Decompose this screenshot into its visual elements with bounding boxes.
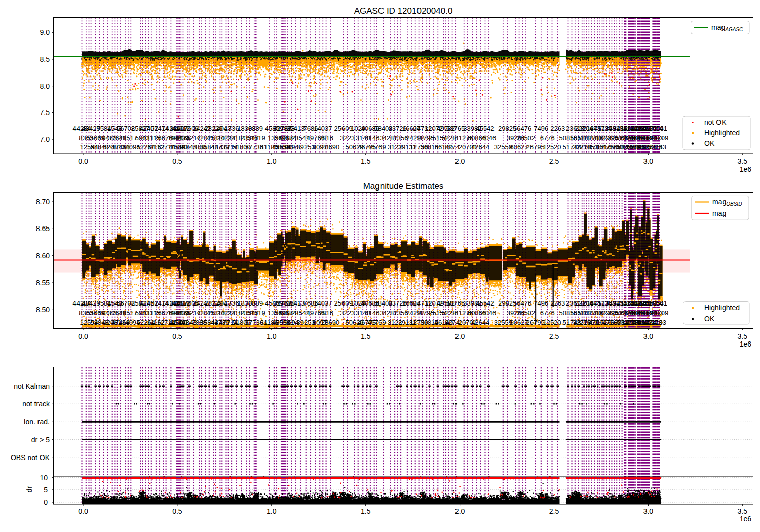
svg-text:Ion. rad.: Ion. rad. [24,417,50,426]
svg-text:8.0: 8.0 [40,82,50,90]
svg-text:8.70: 8.70 [36,198,50,206]
svg-text:46769: 46769 [367,143,386,151]
svg-text:5228: 5228 [441,134,456,142]
svg-text:7496: 7496 [534,125,548,132]
svg-text:25502: 25502 [517,309,535,317]
svg-text:60627: 60627 [510,319,528,326]
svg-text:dr > 5: dr > 5 [31,436,50,444]
svg-text:Magnitude Estimates: Magnitude Estimates [363,181,444,191]
svg-text:0.0: 0.0 [78,507,88,515]
svg-text:28690: 28690 [321,143,339,151]
svg-text:2.0: 2.0 [455,332,465,340]
svg-text:23163: 23163 [648,143,666,151]
svg-text:12520: 12520 [543,143,561,151]
svg-text:dr: dr [25,486,33,492]
svg-text:56476: 56476 [513,125,531,132]
svg-text:3.5: 3.5 [738,157,748,165]
svg-text:56476: 56476 [513,299,531,307]
svg-text:32559: 32559 [494,143,512,151]
svg-text:23163: 23163 [648,319,666,326]
svg-text:1736: 1736 [224,125,239,132]
svg-text:23709: 23709 [650,134,668,142]
svg-text:5228: 5228 [441,309,456,317]
svg-text:53765: 53765 [446,125,465,132]
svg-text:32559: 32559 [494,319,512,326]
svg-text:1e6: 1e6 [740,165,752,173]
svg-text:53765: 53765 [446,299,465,307]
svg-text:8274: 8274 [445,319,460,326]
svg-text:3223: 3223 [340,134,355,142]
svg-text:26795: 26795 [526,143,545,151]
svg-text:not Kalman: not Kalman [14,382,50,390]
svg-text:8389: 8389 [248,299,263,307]
svg-text:41463: 41463 [365,309,384,317]
svg-text:0.5: 0.5 [172,507,182,515]
svg-text:not track: not track [22,400,50,408]
svg-text:mag: mag [712,209,726,217]
svg-text:3223: 3223 [340,309,355,317]
svg-text:Highlighted: Highlighted [704,129,740,137]
svg-text:25502: 25502 [517,134,535,142]
svg-text:2.5: 2.5 [549,507,559,515]
svg-text:42644: 42644 [471,319,489,326]
svg-text:3.5: 3.5 [738,332,748,340]
svg-text:45542: 45542 [476,299,494,307]
svg-text:42644: 42644 [471,143,489,151]
svg-text:8389: 8389 [248,125,263,132]
svg-text:7816: 7816 [319,134,333,142]
svg-text:1.5: 1.5 [361,157,371,165]
svg-text:60627: 60627 [510,143,528,151]
svg-text:2.0: 2.0 [455,157,465,165]
svg-text:2263: 2263 [550,125,565,132]
svg-text:4046: 4046 [481,134,496,142]
svg-text:8.55: 8.55 [36,279,50,287]
svg-text:14037: 14037 [314,299,332,307]
svg-text:8274: 8274 [445,143,460,151]
svg-text:50541: 50541 [649,125,667,132]
svg-text:2263: 2263 [550,299,565,307]
svg-text:8.60: 8.60 [36,252,50,260]
svg-text:6776: 6776 [540,309,555,317]
svg-text:1736: 1736 [224,299,239,307]
svg-text:8.65: 8.65 [36,224,50,233]
svg-text:0.5: 0.5 [172,332,182,340]
svg-text:45542: 45542 [476,125,494,132]
svg-text:26795: 26795 [526,319,545,326]
svg-text:1.5: 1.5 [361,332,371,340]
svg-text:7.5: 7.5 [40,108,50,117]
svg-text:7496: 7496 [534,299,548,307]
svg-text:1.0: 1.0 [267,507,277,515]
svg-text:7816: 7816 [319,309,333,317]
svg-text:1.5: 1.5 [361,507,371,515]
svg-text:28690: 28690 [321,319,339,326]
svg-text:10: 10 [40,474,48,482]
svg-text:9.0: 9.0 [40,28,50,36]
svg-text:8.50: 8.50 [36,306,50,314]
svg-text:3.0: 3.0 [643,332,654,340]
svg-text:4046: 4046 [481,309,496,317]
svg-text:35413: 35413 [286,299,305,307]
svg-text:5: 5 [44,486,48,494]
svg-text:46769: 46769 [367,319,386,326]
svg-text:1.0: 1.0 [267,157,277,165]
svg-text:not OK: not OK [704,118,727,126]
svg-text:1e6: 1e6 [740,340,752,348]
svg-text:25609: 25609 [334,125,353,132]
svg-text:51619: 51619 [247,134,265,142]
svg-text:0.0: 0.0 [78,157,88,165]
svg-text:0.0: 0.0 [78,332,88,340]
svg-text:1e6: 1e6 [740,515,752,523]
svg-text:2.5: 2.5 [549,157,559,165]
svg-text:2.0: 2.0 [455,507,465,515]
svg-text:OK: OK [704,139,715,147]
svg-text:12520: 12520 [543,319,561,326]
svg-text:41463: 41463 [365,134,384,142]
svg-text:21517: 21517 [119,134,137,142]
svg-text:7.0: 7.0 [40,135,50,143]
svg-text:Highlighted: Highlighted [704,303,740,312]
svg-text:3.0: 3.0 [643,157,654,165]
svg-text:50541: 50541 [649,299,667,307]
svg-text:OK: OK [704,315,715,323]
svg-text:51619: 51619 [247,309,265,317]
svg-text:25609: 25609 [334,299,353,307]
